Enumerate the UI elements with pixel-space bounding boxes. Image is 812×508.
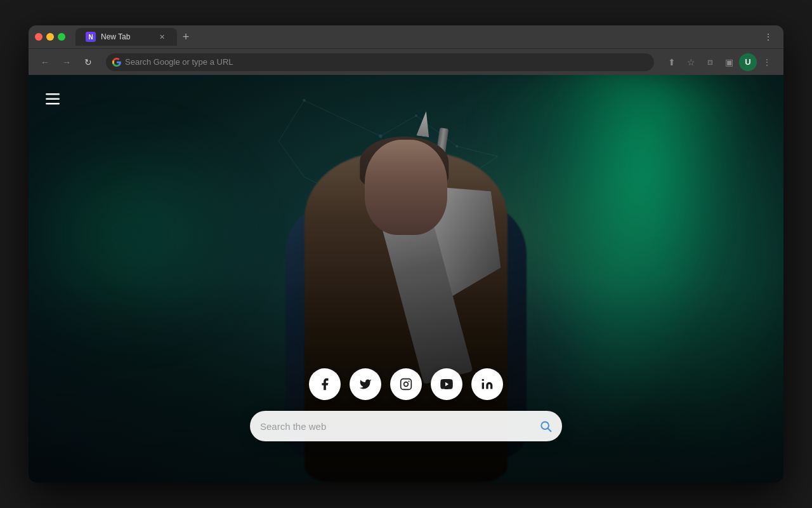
hamburger-icon xyxy=(46,93,60,105)
youtube-button[interactable] xyxy=(431,368,462,400)
svg-rect-19 xyxy=(46,98,60,100)
facebook-button[interactable] xyxy=(309,368,341,400)
toolbar-actions: ⬆ ☆ ⧈ ▣ U ⋮ xyxy=(663,53,776,71)
search-icon xyxy=(539,420,552,432)
profile-button[interactable]: U xyxy=(739,53,757,71)
svg-line-28 xyxy=(548,429,551,432)
search-input[interactable] xyxy=(260,421,533,432)
svg-point-23 xyxy=(409,380,410,382)
youtube-icon xyxy=(440,379,454,389)
forward-button[interactable]: → xyxy=(58,53,75,71)
instagram-icon xyxy=(400,378,412,391)
back-button[interactable]: ← xyxy=(36,53,54,71)
more-button[interactable]: ⋮ xyxy=(758,53,776,71)
toolbar: ← → ↻ ⬆ ☆ ⧈ ▣ U ⋮ xyxy=(29,48,783,75)
search-bar-container xyxy=(250,411,562,441)
svg-rect-20 xyxy=(46,103,60,105)
address-bar[interactable] xyxy=(106,53,654,71)
close-traffic-light[interactable] xyxy=(35,33,43,41)
google-icon xyxy=(112,58,121,67)
content-area xyxy=(29,75,783,483)
svg-rect-18 xyxy=(46,93,60,95)
address-input[interactable] xyxy=(125,57,648,67)
svg-point-22 xyxy=(404,382,409,387)
search-bar xyxy=(250,411,562,441)
sidebar-button[interactable]: ▣ xyxy=(720,53,738,71)
facebook-icon xyxy=(318,377,332,391)
window-controls-right: ⋮ xyxy=(759,28,777,46)
window-more-button[interactable]: ⋮ xyxy=(759,28,777,46)
svg-rect-25 xyxy=(482,383,484,389)
search-button[interactable] xyxy=(539,420,552,432)
tab-title: New Tab xyxy=(101,32,152,41)
linkedin-button[interactable] xyxy=(471,368,503,400)
share-button[interactable]: ⬆ xyxy=(663,53,681,71)
new-tab-button[interactable]: + xyxy=(177,28,195,46)
tab-close-button[interactable]: ✕ xyxy=(157,32,167,42)
title-bar: N New Tab ✕ + ⋮ xyxy=(29,25,783,48)
traffic-lights xyxy=(35,33,65,41)
tab-favicon: N xyxy=(86,32,96,42)
twitter-icon xyxy=(359,378,372,391)
browser-window: N New Tab ✕ + ⋮ ← → ↻ ⬆ ☆ xyxy=(29,25,783,483)
maximize-traffic-light[interactable] xyxy=(58,33,65,41)
instagram-button[interactable] xyxy=(390,368,422,400)
tabs-area: N New Tab ✕ + xyxy=(75,28,754,46)
refresh-button[interactable]: ↻ xyxy=(79,53,97,71)
social-icons-bar xyxy=(309,368,503,400)
linkedin-icon xyxy=(481,378,494,391)
minimize-traffic-light[interactable] xyxy=(46,33,54,41)
svg-rect-21 xyxy=(401,379,412,390)
menu-button[interactable] xyxy=(41,88,64,110)
bookmark-button[interactable]: ☆ xyxy=(682,53,700,71)
extensions-button[interactable]: ⧈ xyxy=(701,53,719,71)
active-tab[interactable]: N New Tab ✕ xyxy=(75,28,177,46)
svg-point-26 xyxy=(482,379,484,381)
twitter-button[interactable] xyxy=(350,368,381,400)
